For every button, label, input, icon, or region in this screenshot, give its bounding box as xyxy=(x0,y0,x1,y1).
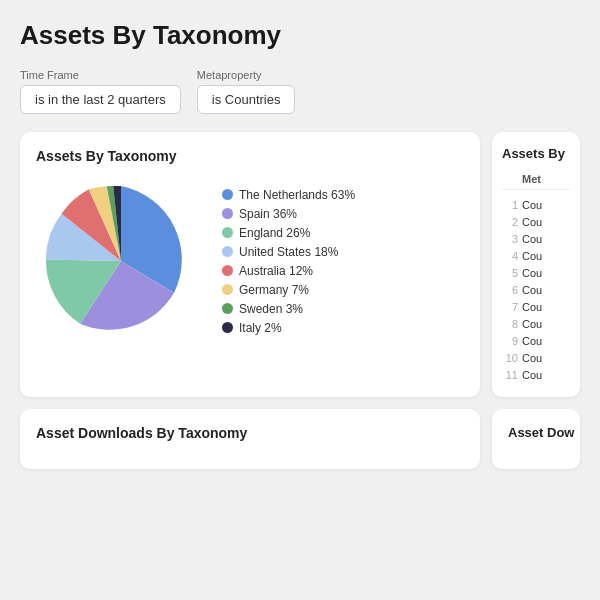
legend-label-spain: Spain 36% xyxy=(239,207,297,221)
table-rows: 1Cou2Cou3Cou4Cou5Cou6Cou7Cou8Cou9Cou10Co… xyxy=(502,196,570,383)
table-partial-card: Assets By Met 1Cou2Cou3Cou4Cou5Cou6Cou7C… xyxy=(492,132,580,397)
legend-label-germany: Germany 7% xyxy=(239,283,309,297)
legend-dot-sweden xyxy=(222,303,233,314)
legend-item-england: England 26% xyxy=(222,226,355,240)
row-number: 10 xyxy=(502,352,518,364)
row-number: 4 xyxy=(502,250,518,262)
legend-item-italy: Italy 2% xyxy=(222,321,355,335)
legend-dot-netherlands xyxy=(222,189,233,200)
timeframe-pill[interactable]: is in the last 2 quarters xyxy=(20,85,181,114)
bottom-right-card: Asset Dow xyxy=(492,409,580,469)
legend-item-united-states: United States 18% xyxy=(222,245,355,259)
metaproperty-filter-group: Metaproperty is Countries xyxy=(197,69,296,114)
row-number: 3 xyxy=(502,233,518,245)
legend-label-sweden: Sweden 3% xyxy=(239,302,303,316)
table-row: 8Cou xyxy=(502,315,570,332)
legend-item-netherlands: The Netherlands 63% xyxy=(222,188,355,202)
bottom-right-title: Asset Dow xyxy=(508,425,564,440)
taxonomy-chart-card: Assets By Taxonomy xyxy=(20,132,480,397)
table-row: 6Cou xyxy=(502,281,570,298)
legend-dot-italy xyxy=(222,322,233,333)
legend-label-united-states: United States 18% xyxy=(239,245,338,259)
table-row: 9Cou xyxy=(502,332,570,349)
table-col-header: Met xyxy=(522,173,541,185)
row-value: Cou xyxy=(522,318,542,330)
table-row: 7Cou xyxy=(502,298,570,315)
pie-section: The Netherlands 63% Spain 36% England 26… xyxy=(36,176,464,346)
row-value: Cou xyxy=(522,352,542,364)
row-value: Cou xyxy=(522,369,542,381)
legend-dot-united-states xyxy=(222,246,233,257)
row-number: 5 xyxy=(502,267,518,279)
timeframe-filter-group: Time Frame is in the last 2 quarters xyxy=(20,69,181,114)
row-value: Cou xyxy=(522,267,542,279)
row-value: Cou xyxy=(522,199,542,211)
row-number: 7 xyxy=(502,301,518,313)
legend-label-netherlands: The Netherlands 63% xyxy=(239,188,355,202)
row-number: 6 xyxy=(502,284,518,296)
row-number: 2 xyxy=(502,216,518,228)
bottom-left-card: Asset Downloads By Taxonomy xyxy=(20,409,480,469)
legend-label-england: England 26% xyxy=(239,226,310,240)
legend-label-italy: Italy 2% xyxy=(239,321,282,335)
legend-item-spain: Spain 36% xyxy=(222,207,355,221)
row-value: Cou xyxy=(522,233,542,245)
metaproperty-label: Metaproperty xyxy=(197,69,296,81)
table-row: 1Cou xyxy=(502,196,570,213)
chart-legend: The Netherlands 63% Spain 36% England 26… xyxy=(222,188,355,335)
table-row: 2Cou xyxy=(502,213,570,230)
bottom-left-title: Asset Downloads By Taxonomy xyxy=(36,425,464,441)
row-number: 9 xyxy=(502,335,518,347)
legend-dot-australia xyxy=(222,265,233,276)
row-number: 8 xyxy=(502,318,518,330)
row-number: 11 xyxy=(502,369,518,381)
table-row: 3Cou xyxy=(502,230,570,247)
row-value: Cou xyxy=(522,301,542,313)
page-title: Assets By Taxonomy xyxy=(20,20,580,51)
bottom-row: Asset Downloads By Taxonomy Asset Dow xyxy=(20,409,580,469)
legend-dot-spain xyxy=(222,208,233,219)
filters-row: Time Frame is in the last 2 quarters Met… xyxy=(20,69,580,114)
metaproperty-pill[interactable]: is Countries xyxy=(197,85,296,114)
legend-item-australia: Australia 12% xyxy=(222,264,355,278)
chart-title: Assets By Taxonomy xyxy=(36,148,464,164)
table-row: 5Cou xyxy=(502,264,570,281)
legend-dot-england xyxy=(222,227,233,238)
row-value: Cou xyxy=(522,284,542,296)
legend-item-germany: Germany 7% xyxy=(222,283,355,297)
table-row: 10Cou xyxy=(502,349,570,366)
timeframe-label: Time Frame xyxy=(20,69,181,81)
table-row: 4Cou xyxy=(502,247,570,264)
main-row: Assets By Taxonomy xyxy=(20,132,580,397)
legend-item-sweden: Sweden 3% xyxy=(222,302,355,316)
table-partial-title: Assets By xyxy=(502,146,570,161)
page-container: Assets By Taxonomy Time Frame is in the … xyxy=(0,0,600,489)
row-value: Cou xyxy=(522,216,542,228)
row-value: Cou xyxy=(522,335,542,347)
row-number: 1 xyxy=(502,199,518,211)
pie-svg xyxy=(36,176,206,346)
row-value: Cou xyxy=(522,250,542,262)
table-row: 11Cou xyxy=(502,366,570,383)
pie-chart xyxy=(36,176,206,346)
legend-label-australia: Australia 12% xyxy=(239,264,313,278)
legend-dot-germany xyxy=(222,284,233,295)
